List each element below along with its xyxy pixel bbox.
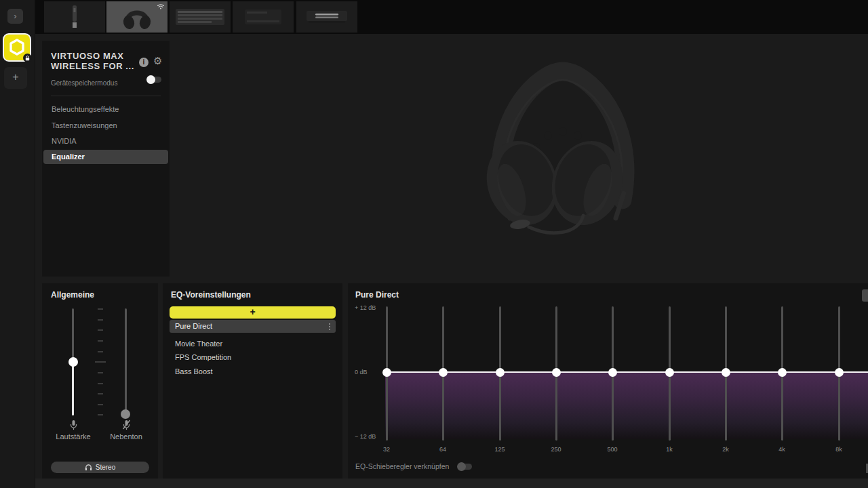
eq-presets-panel: EQ-Voreinstellungen + Pure Direct Movie … <box>163 283 342 479</box>
sidetone-slider-track[interactable] <box>125 308 127 415</box>
general-panel: Allgemeine Lautstärke N <box>42 283 158 479</box>
memory-mode-label: Gerätespeichermodus <box>51 79 117 87</box>
add-device-button[interactable]: + <box>4 67 27 89</box>
freq-label: 500 <box>599 446 626 453</box>
link-sliders-toggle[interactable] <box>458 464 472 470</box>
db-label-min: − 12 dB <box>355 433 376 440</box>
sidebar-item-key-assignments[interactable]: Tastenzuweisungen <box>43 119 168 133</box>
eq-lock-button[interactable] <box>862 289 868 302</box>
memory-mode-toggle[interactable] <box>148 77 161 83</box>
gear-icon[interactable]: ⚙ <box>153 55 162 67</box>
headset-image <box>468 61 658 258</box>
eq-band-thumb-500[interactable] <box>608 368 617 377</box>
eq-band-thumb-32[interactable] <box>382 368 391 377</box>
link-sliders-label: EQ-Schieberegler verknüpfen <box>355 462 449 470</box>
volume-slider-label: Lautstärke <box>43 432 104 441</box>
lock-badge-icon <box>23 54 32 62</box>
usb-dongle-icon <box>70 3 79 30</box>
freq-label: 125 <box>486 446 513 453</box>
freq-label: 8k <box>825 446 852 453</box>
preset-item-bass-boost[interactable]: Bass Boost <box>170 365 336 378</box>
panel-title: EQ-Voreinstellungen <box>171 290 251 300</box>
freq-label: 32 <box>373 446 400 453</box>
eq-band-thumb-1k[interactable] <box>665 368 674 377</box>
eq-band-thumb-4k[interactable] <box>778 368 787 377</box>
device-title: VIRTUOSO MAX WIRELESS FOR ... <box>51 51 134 71</box>
eq-band-thumb-125[interactable] <box>496 368 505 377</box>
freq-label: 2k <box>712 446 739 453</box>
eq-band-thumb-64[interactable] <box>439 368 448 377</box>
app-rail: › + <box>0 0 35 488</box>
device-tab-keyboard-compact[interactable] <box>233 1 294 33</box>
microphone-muted-icon <box>122 420 131 430</box>
memory-mode-row: Gerätespeichermodus <box>51 76 161 88</box>
stereo-mode-label: Stereo <box>96 464 115 471</box>
add-preset-button[interactable]: + <box>170 306 336 319</box>
expand-sidebar-button[interactable]: › <box>7 9 23 24</box>
eq-title: Pure Direct <box>355 290 399 300</box>
main-area: VIRTUOSO MAX WIRELESS FOR ... i ⚙ Geräte… <box>35 34 868 488</box>
preset-label: Pure Direct <box>175 322 212 330</box>
link-sliders-row: EQ-Schieberegler verknüpfen <box>355 462 472 470</box>
headset-icon <box>119 3 155 31</box>
eq-band-thumb-250[interactable] <box>552 368 561 377</box>
preset-item-pure-direct[interactable]: Pure Direct <box>170 320 336 333</box>
device-tab-usb-dongle[interactable] <box>44 1 105 33</box>
eq-zero-line <box>385 371 868 373</box>
eq-band-thumb-2k[interactable] <box>722 368 730 377</box>
db-label-max: + 12 dB <box>355 304 376 311</box>
wireless-icon <box>157 3 165 9</box>
stereo-mode-button[interactable]: Stereo <box>51 462 149 473</box>
volume-slider-fill <box>72 362 74 415</box>
sidebar-item-equalizer[interactable]: Equalizer <box>43 150 168 164</box>
bottom-strip <box>35 479 868 488</box>
eq-area-fill <box>385 373 868 439</box>
keyboard-compact-icon <box>244 8 282 26</box>
freq-label: 250 <box>542 446 570 453</box>
sidebar-item-nvidia[interactable]: NVIDIA <box>43 134 168 148</box>
preset-options-icon[interactable] <box>329 323 330 325</box>
device-tab-memory-module[interactable] <box>296 1 357 33</box>
panel-title: Allgemeine <box>51 290 94 300</box>
headphones-icon <box>85 464 92 471</box>
freq-label: 64 <box>429 446 456 453</box>
sidetone-slider-label: Nebenton <box>96 432 157 441</box>
eq-band-thumb-8k[interactable] <box>835 368 844 377</box>
sidetone-slider-thumb[interactable] <box>121 409 130 419</box>
divider <box>51 96 161 96</box>
volume-slider-thumb[interactable] <box>68 357 78 367</box>
sidebar-item-lighting[interactable]: Beleuchtungseffekte <box>43 102 168 117</box>
device-bar <box>35 0 868 34</box>
freq-label: 1k <box>656 446 683 453</box>
microphone-icon <box>69 420 78 430</box>
equalizer-panel: Pure Direct + 12 dB 0 dB − 12 dB 32 64 1… <box>348 283 868 479</box>
preset-item-fps-competition[interactable]: FPS Competition <box>170 351 336 364</box>
corsair-logo-tile[interactable] <box>3 33 31 62</box>
preset-item-movie-theater[interactable]: Movie Theater <box>170 338 336 350</box>
keyboard-icon <box>175 7 225 27</box>
device-tab-keyboard[interactable] <box>170 1 231 33</box>
freq-label: 4k <box>768 446 795 453</box>
info-icon[interactable]: i <box>139 58 149 67</box>
device-settings-panel: VIRTUOSO MAX WIRELESS FOR ... i ⚙ Geräte… <box>42 41 170 277</box>
db-label-zero: 0 dB <box>355 369 368 375</box>
device-tab-headset[interactable] <box>106 1 167 33</box>
memory-module-icon <box>306 9 348 24</box>
